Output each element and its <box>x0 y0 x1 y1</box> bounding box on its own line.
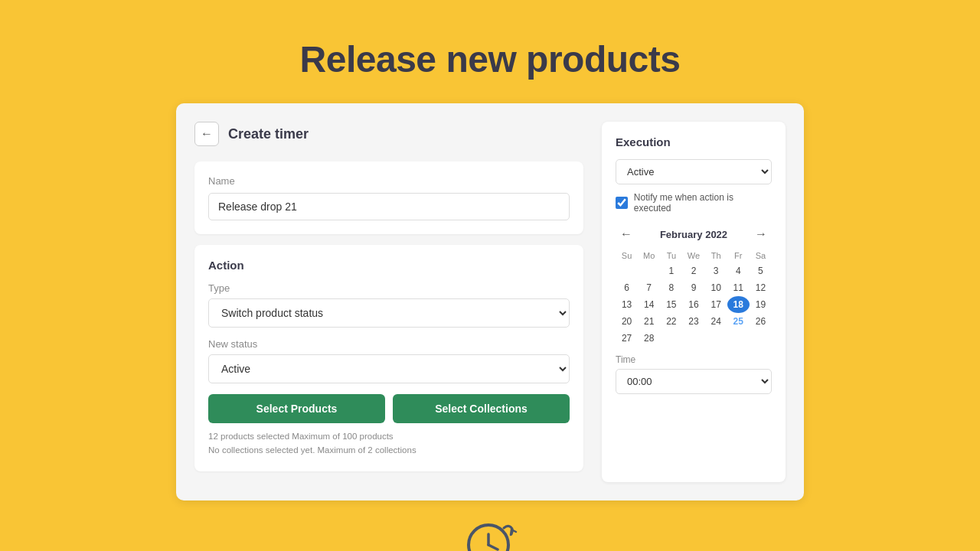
cal-week-row: 12345 <box>616 262 772 279</box>
page-title: Release new products <box>300 38 681 80</box>
cal-day-cell[interactable]: 7 <box>638 279 660 296</box>
action-section: Action Type Switch product status Activa… <box>194 245 583 471</box>
cal-day-cell <box>705 330 727 347</box>
execution-title: Execution <box>616 135 772 148</box>
right-panel: Execution Active Paused Notify me when a… <box>602 122 786 482</box>
cal-days-row: Su Mo Tu We Th Fr Sa <box>616 249 772 262</box>
cal-day-cell[interactable]: 28 <box>638 330 660 347</box>
cal-day-cell[interactable]: 3 <box>705 262 727 279</box>
cal-day-cell[interactable]: 22 <box>660 313 682 330</box>
cal-day-cell[interactable]: 18 <box>727 296 750 313</box>
cal-day-cell[interactable]: 25 <box>727 313 750 330</box>
cal-day-cell[interactable]: 24 <box>705 313 727 330</box>
cal-week-row: 2728 <box>616 330 772 347</box>
cal-day-th: Th <box>705 249 727 262</box>
cal-day-cell[interactable]: 16 <box>682 296 704 313</box>
cal-day-cell[interactable]: 20 <box>616 313 638 330</box>
cal-day-cell <box>660 330 682 347</box>
cal-day-cell[interactable]: 13 <box>616 296 638 313</box>
cal-day-cell[interactable]: 8 <box>660 279 682 296</box>
cal-next-button[interactable]: → <box>750 226 772 243</box>
name-section: Name <box>194 161 583 234</box>
cal-day-cell[interactable]: 15 <box>660 296 682 313</box>
cal-day-cell[interactable]: 1 <box>660 262 682 279</box>
card-header: ← Create timer <box>194 122 583 146</box>
action-buttons: Select Products Select Collections <box>208 394 570 423</box>
select-products-button[interactable]: Select Products <box>208 394 385 423</box>
cal-day-cell[interactable]: 19 <box>750 296 772 313</box>
cal-day-cell[interactable]: 12 <box>750 279 772 296</box>
cal-day-cell[interactable]: 10 <box>705 279 727 296</box>
cal-day-cell[interactable]: 9 <box>682 279 704 296</box>
cal-month-label: February 2022 <box>660 229 727 240</box>
cal-day-cell <box>682 330 704 347</box>
cal-day-sa: Sa <box>750 249 772 262</box>
clock-icon <box>459 513 521 551</box>
cal-day-cell[interactable]: 26 <box>750 313 772 330</box>
cal-day-tu: Tu <box>660 249 682 262</box>
cal-day-cell[interactable]: 27 <box>616 330 638 347</box>
cal-week-row: 20212223242526 <box>616 313 772 330</box>
cal-week-row: 6789101112 <box>616 279 772 296</box>
cal-day-cell[interactable]: 11 <box>727 279 750 296</box>
card-title: Create timer <box>228 126 309 142</box>
time-select[interactable]: 00:00 01:00 12:00 <box>616 369 772 394</box>
type-label: Type <box>208 282 570 294</box>
status-label: New status <box>208 338 570 350</box>
notify-label: Notify me when action is executed <box>634 192 772 214</box>
cal-day-cell[interactable]: 21 <box>638 313 660 330</box>
products-hint: 12 products selected Maximum of 100 prod… <box>208 429 570 458</box>
cal-day-cell[interactable]: 4 <box>727 262 750 279</box>
cal-day-cell[interactable]: 6 <box>616 279 638 296</box>
cal-day-fr: Fr <box>727 249 750 262</box>
name-label: Name <box>208 175 570 187</box>
cal-day-cell[interactable]: 14 <box>638 296 660 313</box>
select-collections-button[interactable]: Select Collections <box>393 394 570 423</box>
collections-hint-text: No collections selected yet. Maximum of … <box>208 443 570 457</box>
cal-day-cell[interactable]: 2 <box>682 262 704 279</box>
calendar-header: ← February 2022 → <box>616 226 772 243</box>
type-select[interactable]: Switch product status Activate product D… <box>208 298 570 328</box>
svg-line-2 <box>488 545 498 549</box>
calendar-body: 1234567891011121314151617181920212223242… <box>616 262 772 347</box>
cal-day-cell <box>750 330 772 347</box>
calendar-grid: Su Mo Tu We Th Fr Sa 1234567891011121314… <box>616 249 772 347</box>
main-card: ← Create timer Name Action Type Switch p… <box>176 103 804 500</box>
back-button[interactable]: ← <box>194 122 219 146</box>
cal-day-su: Su <box>616 249 638 262</box>
status-select[interactable]: Active Draft <box>208 354 570 383</box>
cal-day-mo: Mo <box>638 249 660 262</box>
products-hint-text: 12 products selected Maximum of 100 prod… <box>208 429 570 443</box>
action-title: Action <box>208 259 570 272</box>
cal-day-cell <box>616 262 638 279</box>
cal-day-cell <box>727 330 750 347</box>
cal-day-cell[interactable]: 5 <box>750 262 772 279</box>
notify-checkbox[interactable] <box>616 197 628 209</box>
clock-icon-wrapper <box>459 513 521 551</box>
time-label: Time <box>616 354 772 365</box>
name-input[interactable] <box>208 193 570 220</box>
cal-prev-button[interactable]: ← <box>616 226 637 243</box>
left-panel: ← Create timer Name Action Type Switch p… <box>194 122 602 482</box>
execution-status-select[interactable]: Active Paused <box>616 159 772 184</box>
status-field-group: New status Active Draft <box>208 338 570 383</box>
notify-row: Notify me when action is executed <box>616 192 772 214</box>
cal-week-row: 13141516171819 <box>616 296 772 313</box>
cal-day-we: We <box>682 249 704 262</box>
cal-day-cell[interactable]: 17 <box>705 296 727 313</box>
type-field-group: Type Switch product status Activate prod… <box>208 282 570 328</box>
cal-day-cell[interactable]: 23 <box>682 313 704 330</box>
cal-day-cell <box>638 262 660 279</box>
